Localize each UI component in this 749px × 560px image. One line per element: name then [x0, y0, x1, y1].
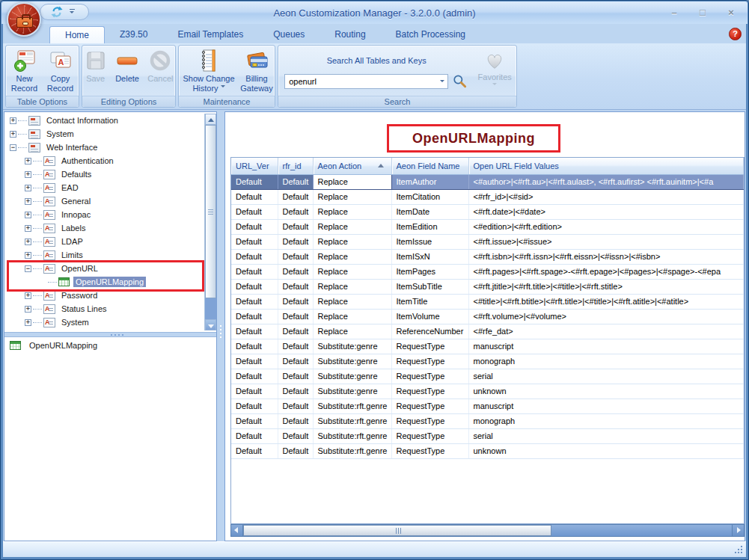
- table-cell[interactable]: <#edition>|<#rft.edition>: [468, 219, 744, 234]
- table-cell[interactable]: manuscript: [468, 399, 744, 413]
- table-cell[interactable]: Default: [278, 204, 313, 219]
- table-cell[interactable]: Default: [231, 204, 278, 219]
- table-cell[interactable]: <#rft.pages>|<#rft.spage>-<#rft.epage>|<…: [468, 264, 744, 279]
- table-cell[interactable]: <#rft.date>|<#date>: [468, 204, 744, 219]
- table-cell[interactable]: Default: [231, 354, 278, 369]
- table-cell[interactable]: ItemCitation: [391, 189, 468, 204]
- table-cell[interactable]: Default: [278, 219, 313, 234]
- scroll-left-button[interactable]: [231, 525, 243, 536]
- table-cell[interactable]: Default: [231, 443, 278, 458]
- table-cell[interactable]: Replace: [313, 204, 391, 219]
- grid-scroll-thumb[interactable]: [243, 525, 551, 536]
- table-cell[interactable]: monograph: [468, 413, 744, 428]
- table-cell[interactable]: Default: [231, 324, 278, 339]
- table-cell[interactable]: manuscript: [468, 339, 744, 354]
- search-go-button[interactable]: [450, 73, 468, 90]
- vertical-splitter[interactable]: [218, 111, 224, 541]
- column-header-aeon-action[interactable]: Aeon Action: [313, 158, 391, 174]
- table-row[interactable]: DefaultDefaultReplaceItemDate<#rft.date>…: [231, 204, 744, 219]
- collapse-icon[interactable]: −: [10, 144, 16, 151]
- table-cell[interactable]: Default: [278, 234, 313, 249]
- table-cell[interactable]: Default: [278, 249, 313, 264]
- table-cell[interactable]: <#rft.isbn>|<#rft.issn>|<#rft.eissn>|<#i…: [468, 249, 744, 264]
- table-row[interactable]: DefaultDefaultSubstitute:rft.genreReques…: [231, 399, 744, 413]
- column-header-rfr-id[interactable]: rfr_id: [278, 158, 313, 174]
- table-cell[interactable]: Substitute:genre: [313, 339, 391, 354]
- tree-item-general[interactable]: +General: [5, 194, 204, 208]
- tree-item-labels[interactable]: +Labels: [5, 221, 204, 235]
- table-cell[interactable]: Substitute:rft.genre: [313, 443, 391, 458]
- table-cell[interactable]: Replace: [313, 309, 391, 324]
- table-cell[interactable]: Default: [231, 369, 278, 384]
- save-button[interactable]: Save: [82, 47, 108, 95]
- tab-email-templates[interactable]: Email Templates: [162, 26, 258, 43]
- tree-item-contact-information[interactable]: +Contact Information: [5, 114, 204, 127]
- column-header-url-ver[interactable]: URL_Ver: [231, 158, 278, 174]
- collapse-icon[interactable]: −: [25, 265, 31, 272]
- table-cell[interactable]: Default: [231, 219, 278, 234]
- new-record-button[interactable]: New Record: [7, 47, 42, 95]
- table-cell[interactable]: Default: [231, 189, 278, 204]
- table-cell[interactable]: <#rft.jtitle>|<#rft.title>|<#title>|<#rf…: [468, 279, 744, 294]
- table-cell[interactable]: Replace: [313, 294, 391, 309]
- table-cell[interactable]: Default: [231, 309, 278, 324]
- table-cell[interactable]: Substitute:genre: [313, 384, 391, 399]
- refresh-icon[interactable]: [51, 6, 63, 18]
- table-cell[interactable]: Default: [231, 399, 278, 413]
- table-cell[interactable]: <#author>|<#rft.au>|<#rft.aulast>, <#rft…: [468, 174, 744, 189]
- table-cell[interactable]: unknown: [468, 384, 744, 399]
- table-cell[interactable]: <#title>|<#rft.btitle>|<#rft.title>|<#ti…: [468, 294, 744, 309]
- tree-item-status-lines[interactable]: +Status Lines: [5, 302, 204, 316]
- expand-icon[interactable]: +: [10, 131, 16, 138]
- table-cell[interactable]: Default: [278, 428, 313, 443]
- table-cell[interactable]: Default: [278, 309, 313, 324]
- table-cell[interactable]: Default: [278, 413, 313, 428]
- table-cell[interactable]: Replace: [313, 234, 391, 249]
- close-button[interactable]: ×: [722, 7, 740, 19]
- table-cell[interactable]: Substitute:rft.genre: [313, 428, 391, 443]
- tree-item-web-interface[interactable]: −Web Interface: [5, 141, 204, 154]
- table-cell[interactable]: unknown: [468, 443, 744, 458]
- table-cell[interactable]: ItemISxN: [391, 249, 468, 264]
- table-cell[interactable]: serial: [468, 369, 744, 384]
- table-cell[interactable]: RequestType: [391, 443, 468, 458]
- tree-item-innopac[interactable]: +Innopac: [5, 208, 204, 221]
- table-cell[interactable]: ItemSubTitle: [391, 279, 468, 294]
- table-cell[interactable]: ItemAuthor: [391, 174, 468, 189]
- table-row[interactable]: DefaultDefaultSubstitute:genreRequestTyp…: [231, 384, 744, 399]
- table-cell[interactable]: ItemEdition: [391, 219, 468, 234]
- copy-record-button[interactable]: A Copy Record: [43, 47, 78, 95]
- table-cell[interactable]: Replace: [313, 279, 391, 294]
- table-cell[interactable]: Default: [231, 279, 278, 294]
- table-row[interactable]: DefaultDefaultReplaceItemSubTitle<#rft.j…: [231, 279, 744, 294]
- tree-item-limits[interactable]: +Limits: [5, 248, 204, 262]
- expand-icon[interactable]: +: [25, 306, 31, 313]
- table-cell[interactable]: Default: [231, 234, 278, 249]
- table-row[interactable]: DefaultDefaultReplaceItemIssue<#rft.issu…: [231, 234, 744, 249]
- tab-batch-processing[interactable]: Batch Processing: [381, 26, 480, 43]
- table-cell[interactable]: Default: [278, 443, 313, 458]
- table-row[interactable]: DefaultDefaultReplaceItemEdition<#editio…: [231, 219, 744, 234]
- delete-button[interactable]: Delete: [111, 47, 142, 95]
- expand-icon[interactable]: +: [25, 198, 31, 205]
- table-cell[interactable]: Default: [278, 174, 313, 189]
- tree-item-ead[interactable]: +EAD: [5, 181, 204, 194]
- table-cell[interactable]: Default: [231, 264, 278, 279]
- table-cell[interactable]: ItemVolume: [391, 309, 468, 324]
- table-cell[interactable]: Default: [278, 279, 313, 294]
- customize-quick-access-icon[interactable]: [69, 8, 76, 16]
- table-cell[interactable]: Default: [231, 294, 278, 309]
- table-cell[interactable]: <#rft.issue>|<#issue>: [468, 234, 744, 249]
- tab-home[interactable]: Home: [49, 26, 105, 43]
- grid-horizontal-scrollbar[interactable]: [230, 524, 745, 537]
- table-cell[interactable]: Default: [278, 324, 313, 339]
- tree-item-system[interactable]: +System: [5, 316, 204, 329]
- table-cell[interactable]: RequestType: [391, 413, 468, 428]
- tree-item-openurlmapping[interactable]: OpenURLMapping: [5, 275, 204, 289]
- table-row[interactable]: DefaultDefaultSubstitute:rft.genreReques…: [231, 443, 744, 458]
- tab-queues[interactable]: Queues: [258, 26, 320, 43]
- table-row[interactable]: DefaultDefaultReplaceItemPages<#rft.page…: [231, 264, 744, 279]
- table-cell[interactable]: Substitute:rft.genre: [313, 413, 391, 428]
- tree-item-defaults[interactable]: +Defaults: [5, 167, 204, 181]
- table-cell[interactable]: <#rft.volume>|<#volume>: [468, 309, 744, 324]
